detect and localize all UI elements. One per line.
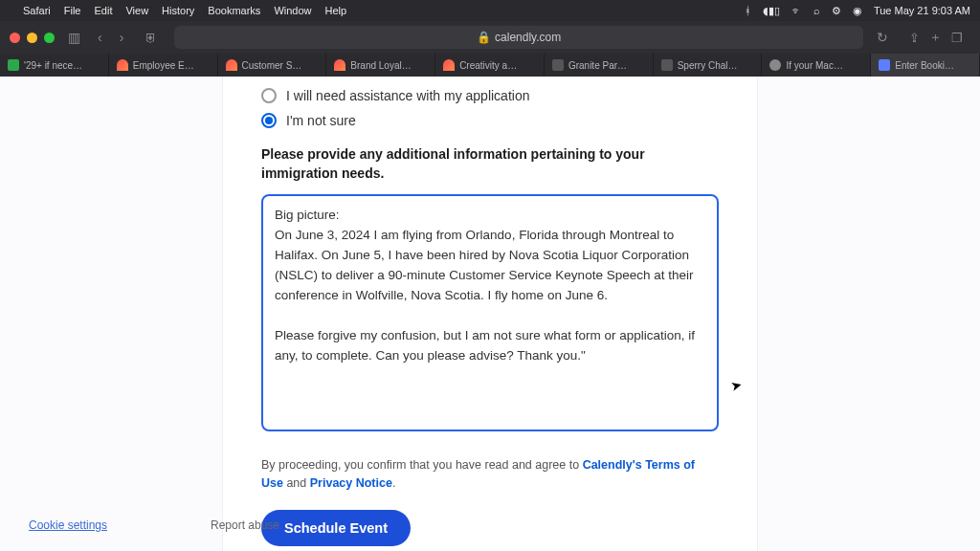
lock-icon: 🔒 [477, 31, 491, 44]
share-icon[interactable]: ⇪ [909, 31, 920, 45]
tab-item[interactable]: If your Mac… [762, 54, 871, 77]
additional-info-textarea[interactable] [261, 194, 719, 431]
favicon-icon [334, 59, 345, 71]
menubar-window[interactable]: Window [274, 5, 311, 16]
tab-label: Creativity a… [459, 60, 517, 71]
close-window-icon[interactable] [10, 33, 20, 43]
favicon-icon [8, 59, 19, 71]
favicon-icon [443, 59, 455, 71]
minimize-window-icon[interactable] [27, 33, 37, 43]
menubar-app-name[interactable]: Safari [23, 5, 51, 16]
favicon-icon [661, 59, 673, 71]
consent-prefix: By proceeding, you confirm that you have… [261, 458, 583, 472]
favicon-icon [769, 59, 781, 71]
menubar-file[interactable]: File [64, 5, 81, 16]
tab-item[interactable]: '29+ if nece… [0, 54, 109, 77]
radio-option-not-sure[interactable]: I'm not sure [261, 113, 719, 128]
menubar-history[interactable]: History [162, 5, 194, 16]
window-controls[interactable] [10, 33, 55, 43]
menubar-view[interactable]: View [125, 5, 148, 16]
search-icon[interactable]: ⌕ [813, 5, 820, 16]
tab-label: Customer S… [242, 60, 302, 71]
tab-item[interactable]: Sperry Chal… [654, 54, 763, 77]
tab-label: Employee E… [133, 60, 194, 71]
menubar-edit[interactable]: Edit [94, 5, 112, 16]
macos-menubar: Safari File Edit View History Bookmarks … [0, 0, 980, 21]
radio-icon[interactable] [261, 88, 277, 103]
reload-button[interactable]: ↻ [873, 30, 892, 45]
tab-label: Brand Loyal… [350, 60, 411, 71]
tab-label: Granite Par… [568, 60, 627, 71]
tab-item[interactable]: Brand Loyal… [326, 54, 435, 77]
bluetooth-icon[interactable]: ᚼ [745, 5, 751, 16]
cookie-settings-link[interactable]: Cookie settings [29, 518, 107, 532]
menubar-clock[interactable]: Tue May 21 9:03 AM [874, 5, 970, 16]
consent-and: and [283, 476, 310, 490]
back-button[interactable]: ‹ [94, 30, 106, 45]
radio-label: I'm not sure [286, 113, 356, 128]
favicon-icon [117, 59, 128, 71]
privacy-shield-icon[interactable]: ⛨ [145, 31, 157, 45]
control-center-icon[interactable]: ⚙︎ [832, 5, 841, 17]
siri-icon[interactable]: ◉ [853, 5, 862, 17]
radio-option-assistance[interactable]: I will need assistance with my applicati… [261, 88, 719, 103]
menubar-help[interactable]: Help [325, 5, 347, 16]
schedule-event-button[interactable]: Schedule Event [261, 510, 411, 546]
tab-label: If your Mac… [786, 60, 842, 71]
tab-item[interactable]: Creativity a… [435, 54, 545, 77]
favicon-icon [552, 59, 564, 71]
url-host: calendly.com [495, 31, 561, 44]
tab-label: Sperry Chal… [678, 60, 738, 71]
consent-period: . [392, 476, 395, 490]
battery-icon[interactable]: ◖▮▯ [763, 5, 780, 17]
consent-text: By proceeding, you confirm that you have… [261, 456, 719, 493]
menubar-bookmarks[interactable]: Bookmarks [208, 5, 260, 16]
tab-item[interactable]: Customer S… [218, 54, 327, 77]
question-label: Please provide any additional informatio… [261, 145, 719, 183]
tab-label: Enter Booki… [895, 60, 954, 71]
tab-item[interactable]: Employee E… [109, 54, 218, 77]
tab-label: '29+ if nece… [24, 60, 82, 71]
report-abuse-link[interactable]: Report abuse [211, 518, 279, 532]
tab-bar: '29+ if nece… Employee E… Customer S… Br… [0, 54, 980, 77]
wifi-icon[interactable]: ᯤ [791, 5, 802, 16]
privacy-link[interactable]: Privacy Notice [310, 476, 392, 490]
tab-item[interactable]: Granite Par… [545, 54, 654, 77]
sidebar-toggle-icon[interactable]: ▥ [64, 30, 84, 45]
tab-item[interactable]: Enter Booki… [871, 54, 980, 77]
favicon-icon [226, 59, 237, 71]
forward-button[interactable]: › [116, 30, 128, 45]
radio-label: I will need assistance with my applicati… [286, 88, 529, 103]
new-tab-icon[interactable]: ＋ [929, 29, 942, 46]
favicon-icon [879, 59, 890, 71]
address-bar[interactable]: 🔒 calendly.com [174, 26, 863, 49]
radio-icon[interactable] [261, 113, 277, 128]
tab-overview-icon[interactable]: ❐ [951, 31, 963, 45]
fullscreen-window-icon[interactable] [44, 33, 55, 43]
safari-toolbar: ▥ ‹ › ⛨ 🔒 calendly.com ↻ ⇪ ＋ ❐ [0, 21, 980, 54]
booking-form: I will need assistance with my applicati… [222, 77, 758, 551]
page-content: I will need assistance with my applicati… [0, 77, 980, 551]
